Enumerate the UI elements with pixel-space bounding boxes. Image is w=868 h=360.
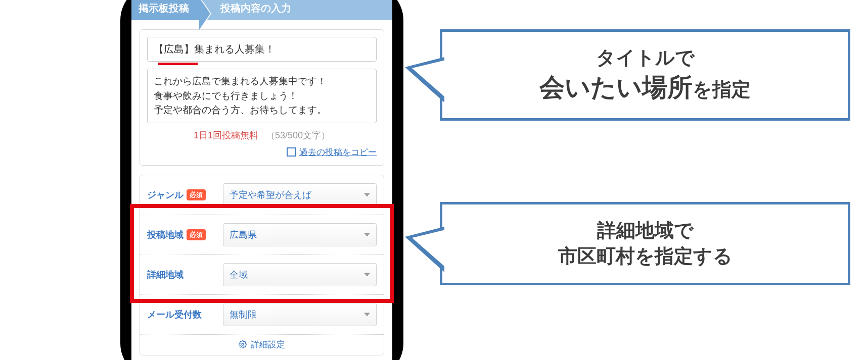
callout2-line1: 詳細地域で — [464, 218, 827, 243]
char-count-label: （53/500文字） — [266, 130, 330, 140]
detail-settings-text: 詳細設定 — [251, 340, 285, 349]
label-genre: ジャンル 必須 — [147, 189, 223, 201]
breadcrumb-step-1[interactable]: 掲示板投稿 — [139, 2, 203, 15]
title-highlight-underline — [158, 63, 198, 65]
label-region: 投稿地域 必須 — [147, 229, 223, 241]
label-mailcap-text: メール受付数 — [147, 308, 202, 321]
label-subregion: 詳細地域 — [147, 269, 223, 281]
required-badge: 必須 — [187, 189, 206, 200]
breadcrumb-step-2: 投稿内容の入力 — [203, 0, 392, 20]
post-content-panel: 【広島】集まれる人募集！ これから広島で集まれる人募集中です！ 食事や飲みにでも… — [140, 29, 384, 166]
callout2-line2: 市区町村を指定する — [464, 243, 827, 269]
callout1-suffix: を指定 — [693, 79, 751, 100]
char-count-row: 1日1回投稿無料 （53/500文字） — [147, 129, 377, 141]
post-body-input[interactable]: これから広島で集まれる人募集中です！ 食事や飲みにでも行きましょう！ 予定や都合… — [147, 69, 377, 123]
row-mailcap: メール受付数 無制限 — [140, 295, 384, 335]
label-region-text: 投稿地域 — [147, 229, 184, 241]
callout-title-location: タイトルで 会いたい場所を指定 — [440, 29, 850, 121]
select-region[interactable]: 広島県 — [223, 223, 377, 246]
required-badge: 必須 — [187, 229, 206, 240]
label-mailcap: メール受付数 — [147, 308, 223, 321]
phone-frame: 掲示板投稿 投稿内容の入力 【広島】集まれる人募集！ これから広島で集まれる人募… — [120, 0, 403, 360]
copy-icon — [288, 149, 295, 156]
breadcrumb: 掲示板投稿 投稿内容の入力 — [131, 0, 392, 20]
callout-subregion: 詳細地域で 市区町村を指定する — [440, 202, 850, 285]
select-subregion[interactable]: 全域 — [223, 263, 377, 286]
callout-pointer-icon — [412, 230, 445, 267]
free-post-label: 1日1回投稿無料 — [194, 130, 258, 140]
row-genre: ジャンル 必須 予定や希望が合えば — [140, 175, 384, 215]
detail-settings-link[interactable]: 詳細設定 — [140, 335, 384, 355]
callout1-emphasis: 会いたい場所 — [539, 73, 693, 101]
svg-point-0 — [242, 343, 244, 345]
callout-pointer-icon — [412, 60, 445, 97]
select-mailcap[interactable]: 無制限 — [223, 303, 377, 326]
row-subregion: 詳細地域 全域 — [140, 255, 384, 295]
callout1-line1: タイトルで — [464, 45, 827, 71]
post-title-input[interactable]: 【広島】集まれる人募集！ — [147, 37, 377, 62]
phone-screen: 掲示板投稿 投稿内容の入力 【広島】集まれる人募集！ これから広島で集まれる人募… — [131, 0, 392, 360]
select-genre[interactable]: 予定や希望が合えば — [223, 183, 377, 207]
copy-past-post-link[interactable]: 過去の投稿をコピー — [299, 147, 377, 157]
label-subregion-text: 詳細地域 — [147, 269, 184, 281]
gear-icon — [239, 340, 247, 351]
label-genre-text: ジャンル — [147, 189, 184, 201]
row-region: 投稿地域 必須 広島県 — [140, 215, 384, 255]
post-options-panel: ジャンル 必須 予定や希望が合えば 投稿地域 必須 広島県 詳細地域 全域 — [140, 175, 384, 355]
